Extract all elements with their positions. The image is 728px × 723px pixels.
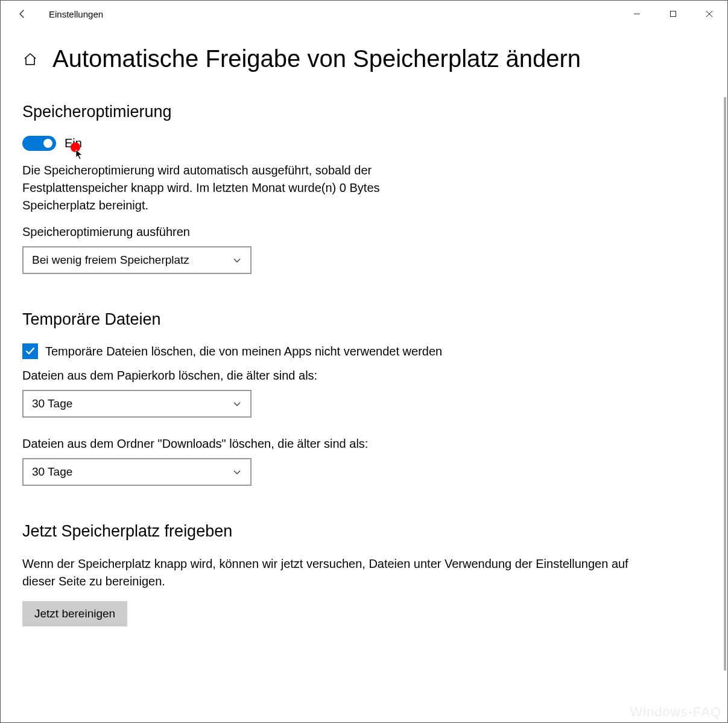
section-temp-files: Temporäre Dateien Temporäre Dateien lösc…: [22, 310, 706, 486]
run-storage-sense-value: Bei wenig freiem Speicherplatz: [32, 253, 189, 267]
home-icon[interactable]: [22, 51, 38, 67]
window-title: Einstellungen: [49, 9, 103, 19]
section-heading-free-now: Jetzt Speicherplatz freigeben: [22, 522, 706, 541]
run-storage-sense-label: Speicheroptimierung ausführen: [22, 225, 706, 239]
downloads-value: 30 Tage: [32, 465, 72, 479]
recycle-bin-dropdown[interactable]: 30 Tage: [22, 390, 252, 418]
minimize-button[interactable]: [619, 1, 655, 27]
chevron-down-icon: [232, 255, 242, 265]
window-controls: [619, 1, 727, 27]
delete-temp-files-label: Temporäre Dateien löschen, die von meine…: [45, 345, 442, 358]
maximize-button[interactable]: [655, 1, 691, 27]
section-free-now: Jetzt Speicherplatz freigeben Wenn der S…: [22, 522, 706, 626]
cursor-arrow-icon: [75, 149, 84, 160]
section-storage-sense: Speicheroptimierung Ein Die Speicheropti…: [22, 103, 706, 274]
content-area: Automatische Freigabe von Speicherplatz …: [1, 27, 727, 626]
storage-sense-description: Die Speicheroptimierung wird automatisch…: [22, 162, 408, 214]
storage-sense-toggle[interactable]: [22, 136, 56, 151]
watermark: Windows-FAQ: [630, 704, 721, 720]
svg-rect-1: [671, 11, 676, 17]
recycle-bin-value: 30 Tage: [32, 397, 72, 410]
back-button[interactable]: [9, 8, 36, 19]
free-now-description: Wenn der Speicherplatz knapp wird, könne…: [22, 555, 662, 590]
chevron-down-icon: [232, 399, 242, 409]
recycle-bin-label: Dateien aus dem Papierkorb löschen, die …: [22, 369, 706, 383]
chevron-down-icon: [232, 467, 242, 477]
downloads-dropdown[interactable]: 30 Tage: [22, 458, 252, 486]
scrollbar-thumb[interactable]: [724, 97, 726, 670]
close-button[interactable]: [691, 1, 727, 27]
section-heading-temp-files: Temporäre Dateien: [22, 310, 706, 329]
downloads-label: Dateien aus dem Ordner "Downloads" lösch…: [22, 437, 706, 451]
run-storage-sense-dropdown[interactable]: Bei wenig freiem Speicherplatz: [22, 246, 252, 274]
clean-now-button[interactable]: Jetzt bereinigen: [22, 601, 127, 626]
toggle-knob-icon: [43, 139, 52, 148]
section-heading-storage-sense: Speicheroptimierung: [22, 103, 706, 121]
page-title: Automatische Freigabe von Speicherplatz …: [52, 45, 581, 72]
delete-temp-files-checkbox[interactable]: [22, 343, 38, 359]
